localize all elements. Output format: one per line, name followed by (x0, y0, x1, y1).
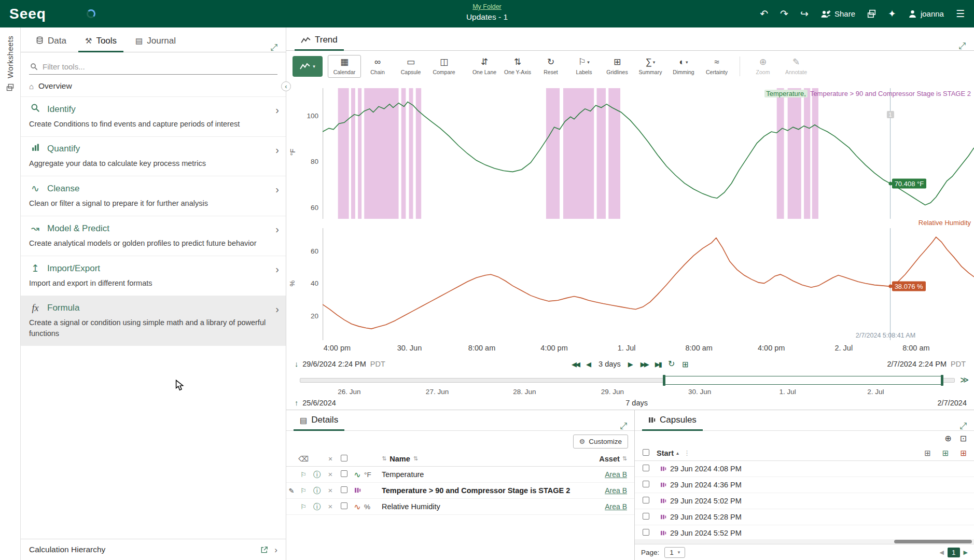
skip-start-icon[interactable]: ◀◀ (572, 361, 579, 368)
ai-assistant-icon[interactable]: ✦ (888, 9, 896, 19)
page-select[interactable]: 1 ▾ (664, 547, 685, 558)
redo-icon[interactable]: ↷ (780, 9, 788, 19)
prev-page-icon[interactable]: ◀ (940, 550, 944, 555)
one-y-axis-button[interactable]: ⇅One Y-Axis (501, 55, 534, 78)
eraser-icon[interactable]: ⌫ (298, 455, 309, 463)
chevron-right-icon[interactable]: › (274, 545, 277, 554)
range-selector-track[interactable] (300, 378, 955, 383)
tool-item-formula[interactable]: fxFormula›Create a signal or condition u… (21, 296, 286, 346)
info-icon[interactable]: ⓘ (313, 503, 321, 510)
table-row[interactable]: ⚐ⓘ×∿%Relative HumidityArea B (286, 499, 634, 515)
summary-button[interactable]: ∑▾Summary (634, 55, 667, 78)
sort-icon[interactable]: ⇅ (413, 456, 418, 461)
info-icon[interactable]: ⓘ (313, 487, 321, 494)
legend-entry[interactable]: Temperature, (764, 90, 808, 97)
tab-capsules[interactable]: Capsules (642, 412, 703, 431)
calendar-button[interactable]: ▦Calendar (328, 55, 361, 78)
labels-button[interactable]: ⚐▾Labels (567, 55, 601, 78)
remove-column-icon[interactable]: ⊞ (960, 449, 967, 457)
select-all-checkbox[interactable] (341, 455, 347, 461)
asset-link[interactable]: Area B (605, 470, 634, 479)
one-lane-button[interactable]: ⇵One Lane (468, 55, 501, 78)
skip-end-icon[interactable]: ▶▮ (655, 361, 661, 368)
column-menu-icon[interactable]: ⋮ (684, 450, 690, 456)
tool-item-import-export[interactable]: ↥Import/Export›Import and export in diff… (21, 256, 286, 296)
expand-details-icon[interactable]: ⤢ (620, 422, 627, 430)
breadcrumb[interactable]: My Folder (472, 3, 502, 10)
remove-icon[interactable]: × (328, 486, 333, 494)
zoom-to-capsule-icon[interactable]: ⊕ (944, 435, 951, 443)
capsule-checkbox[interactable] (643, 513, 649, 520)
capsule-row[interactable]: 29 Jun 2024 5:28 PM (635, 509, 974, 525)
row-checkbox[interactable] (341, 470, 347, 477)
expand-trend-icon[interactable]: ⤢ (958, 41, 966, 50)
tab-trend[interactable]: Trend (295, 32, 344, 51)
humidity-plot[interactable] (323, 228, 974, 340)
user-menu[interactable]: joanna (908, 9, 944, 18)
asset-link[interactable]: Area B (605, 502, 634, 511)
expand-capsules-icon[interactable]: ⤢ (959, 422, 967, 430)
external-link-icon[interactable] (260, 546, 268, 554)
select-all-capsules-checkbox[interactable] (643, 449, 649, 456)
expand-range-icon[interactable]: ↑ (295, 399, 298, 407)
sort-icon[interactable]: ⇅ (382, 456, 386, 461)
display-range-end[interactable]: 2/7/2024 2:24 PM (887, 360, 947, 368)
investigate-range-icon[interactable]: ↓ (295, 360, 298, 368)
panel-layout-icon[interactable]: ⊡ (960, 435, 967, 443)
worksheets-stack-icon[interactable] (867, 9, 876, 18)
capsule-checkbox[interactable] (643, 465, 649, 471)
asset-column-header[interactable]: Asset (599, 455, 620, 463)
tool-item-model-predict[interactable]: ↝Model & Predict›Create analytical model… (21, 216, 286, 256)
legend-entry[interactable]: Temperature > 90 and Compressor Stage is… (810, 90, 971, 97)
dimming-button[interactable]: ◐▾Dimming (667, 55, 700, 78)
table-row[interactable]: ✎⚐ⓘ×Temperature > 90 and Compressor Stag… (286, 483, 634, 499)
step-forward-icon[interactable]: ▶ (628, 361, 633, 368)
step-range-forward-icon[interactable]: ≫ (960, 376, 969, 384)
info-icon[interactable]: ⓘ (313, 471, 321, 478)
chain-button[interactable]: ∞Chain (361, 55, 394, 78)
remove-all-icon[interactable]: × (328, 455, 332, 463)
row-checkbox[interactable] (341, 502, 347, 509)
tab-details[interactable]: ▤ Details (294, 412, 344, 431)
capsule-row[interactable]: 29 Jun 2024 4:36 PM (635, 477, 974, 493)
fast-forward-icon[interactable]: ▶▶ (641, 361, 648, 368)
tag-icon[interactable]: ⚐ (300, 503, 307, 510)
capsule-row[interactable]: 29 Jun 2024 4:08 PM (635, 461, 974, 477)
compare-button[interactable]: ◫Compare (427, 55, 461, 78)
start-column-header[interactable]: Start (657, 449, 674, 457)
hamburger-menu-icon[interactable]: ☰ (956, 9, 965, 19)
capsule-checkbox[interactable] (643, 481, 649, 487)
certainty-button[interactable]: ≈Certainty (700, 55, 733, 78)
share-button[interactable]: Share (820, 9, 855, 18)
step-back-icon[interactable]: ◀ (586, 361, 591, 368)
legend-entry[interactable]: Relative Humidity (919, 219, 971, 227)
current-page[interactable]: 1 (948, 548, 960, 557)
tag-icon[interactable]: ⚐ (300, 487, 307, 494)
worksheets-rail[interactable]: Worksheets (0, 27, 21, 560)
name-column-header[interactable]: Name (389, 455, 410, 463)
item-name[interactable]: Temperature > 90 and Compressor Stage is… (382, 486, 605, 495)
capsule-checkbox[interactable] (643, 497, 649, 503)
capsule-row[interactable]: 29 Jun 2024 5:02 PM (635, 493, 974, 509)
item-name[interactable]: Relative Humidity (382, 502, 605, 511)
tab-data[interactable]: Data (29, 32, 73, 52)
gridlines-button[interactable]: ⊞Gridlines (601, 55, 634, 78)
copy-range-icon[interactable]: ⊞ (682, 360, 689, 368)
asset-link[interactable]: Area B (605, 486, 634, 495)
trend-view-dropdown[interactable]: ▾ (293, 56, 323, 77)
tab-tools[interactable]: ⚒Tools (78, 32, 123, 52)
remove-icon[interactable]: × (328, 502, 333, 510)
share-forward-icon[interactable]: ↪ (800, 9, 809, 19)
row-checkbox[interactable] (341, 486, 347, 493)
humidity-lane[interactable]: 204060%Relative Humidity38.076 %2/7/2024… (323, 228, 974, 340)
capsule-checkbox[interactable] (643, 529, 649, 536)
capsule-row[interactable]: 29 Jun 2024 5:52 PM (635, 525, 974, 539)
temperature-plot[interactable] (323, 88, 974, 219)
table-row[interactable]: ⚐ⓘ×∿°FTemperatureArea B (286, 467, 634, 483)
stats-column-icon[interactable]: ⊞ (942, 449, 949, 457)
tag-icon[interactable]: ⚐ (300, 471, 307, 478)
tab-journal[interactable]: ▤Journal (129, 32, 183, 52)
tool-item-cleanse[interactable]: ∿Cleanse›Clean or filter a signal to pre… (21, 176, 286, 216)
expand-left-panel-icon[interactable]: ⤢ (270, 43, 277, 52)
undo-icon[interactable]: ↶ (760, 9, 768, 19)
